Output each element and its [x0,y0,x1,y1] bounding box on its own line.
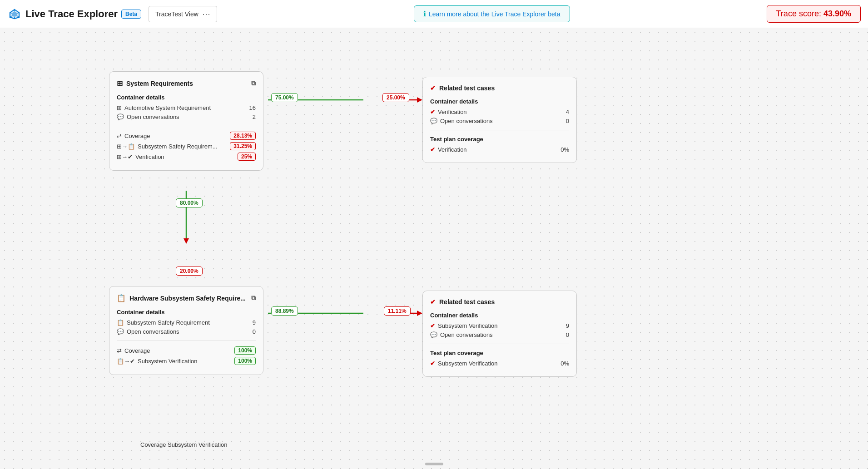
test-plan-label-bottom: Test plan coverage [430,350,569,356]
app-header: Live Trace Explorer Beta TraceTest View … [0,0,868,28]
svg-marker-13 [184,238,189,244]
verification-count-top: 4 [566,109,569,115]
tab-label: TraceTest View [155,10,198,18]
test-plan-label-top: Test plan coverage [430,136,569,143]
hardware-title: Hardware Subsystem Safety Require... [129,295,246,302]
svg-line-4 [17,13,19,13]
svg-marker-16 [417,311,422,316]
app-logo-icon [7,7,22,21]
check-icon-5: ✔ [430,360,435,367]
open-conv-row-top: 💬 Open conversations 0 [430,118,569,124]
logo-area: Live Trace Explorer Beta [7,7,141,21]
open-conv-row-1: 💬 Open conversations 2 [117,114,256,120]
container-details-label-4: Container details [430,312,569,319]
card-header-related-bottom: ✔ Related test cases [430,298,569,306]
info-icon: ℹ [423,10,426,18]
check-icon-3: ✔ [430,146,435,153]
external-link-icon-2[interactable]: ⧉ [251,294,256,302]
divider-4 [430,344,569,344]
automotive-count: 16 [249,104,256,111]
svg-line-8 [10,13,12,13]
chat-icon-bottom: 💬 [430,331,437,338]
coverage-left-1: ⇄ Coverage [117,133,150,139]
card-header-system-req: ⊞ System Requirements ⧉ [117,79,256,88]
open-conv-count-1: 2 [253,114,256,120]
tracetest-tab[interactable]: TraceTest View ⋯ [149,6,217,22]
subsystem-verification-label-bottom: Subsystem Verification [438,322,498,329]
external-link-icon[interactable]: ⧉ [251,79,256,87]
tab-options-icon[interactable]: ⋯ [202,9,210,19]
coverage-label-1: Coverage [124,133,150,139]
open-conv-label-1: Open conversations [127,114,179,120]
card-header-left: ⊞ System Requirements [117,79,193,88]
subsystem-safety-left: ⊞→📋 Subsystem Safety Requirem... [117,143,218,150]
open-conv-label-2: Open conversations [127,328,179,335]
verification-label-1: Verification [135,153,164,160]
arrow-check-icon-2: 📋→✔ [117,358,135,365]
edge-label-88: 88.89% [271,306,298,316]
arrow-req-icon: ⊞→📋 [117,143,135,150]
coverage-left-2: ⇄ Coverage [117,347,150,354]
safety-icon-2: 📋 [117,319,124,326]
open-conv-count-bottom: 0 [566,331,569,338]
verification-row-top: ✔ Verification 4 [430,109,569,115]
app-title: Live Trace Explorer [25,8,118,20]
open-conv-count-2: 0 [253,328,256,335]
container-details-label-3: Container details [117,309,256,316]
beta-badge: Beta [121,10,141,19]
related-test-cases-top-card: ✔ Related test cases Container details ✔… [422,77,577,163]
divider-1 [117,126,256,126]
container-details-label-2: Container details [430,98,569,105]
edge-label-75: 75.00% [271,93,298,102]
subsystem-verification-count-bottom: 9 [566,322,569,329]
related-bottom-header-left: ✔ Related test cases [430,298,495,306]
edge-label-25: 25.00% [382,93,409,102]
related-test-cases-bottom-card: ✔ Related test cases Container details ✔… [422,291,577,377]
subsystem-verification-row-bottom: ✔ Subsystem Verification 9 [430,322,569,329]
open-conv-label-top: Open conversations [440,118,493,124]
divider-2 [430,130,569,130]
open-conv-left-2: 💬 Open conversations [117,328,179,335]
automotive-label-left: ⊞ Automotive System Requirement [117,104,211,111]
hardware-header-left: 📋 Hardware Subsystem Safety Require... [117,294,246,302]
subsystem-safety-pct: 31.25% [230,142,256,150]
subsystem-verification-row: 📋→✔ Subsystem Verification 100% [117,357,256,365]
scroll-indicator [425,463,443,465]
coverage-row-1: ⇄ Coverage 28.13% [117,132,256,140]
learn-more-box[interactable]: ℹ Learn more about the Live Trace Explor… [414,5,570,22]
edge-label-80: 80.00% [176,198,203,207]
divider-3 [117,341,256,341]
test-plan-verification-pct-top: 0% [560,146,569,153]
trace-score-box: Trace score: 43.90% [767,5,861,23]
container-details-label-1: Container details [117,94,256,101]
check-icon-2: ✔ [430,109,435,115]
related-top-header-left: ✔ Related test cases [430,84,495,92]
canvas-area: ⊞ System Requirements ⧉ Container detail… [0,28,868,469]
open-conv-left-1: 💬 Open conversations [117,114,179,120]
related-test-cases-top-title: Related test cases [439,84,495,92]
open-conv-row-2: 💬 Open conversations 0 [117,328,256,335]
subsystem-verification-left: 📋→✔ Subsystem Verification [117,358,198,365]
system-requirements-title: System Requirements [126,80,193,87]
coverage-label-2: Coverage [124,347,150,354]
automotive-label: Automotive System Requirement [124,104,211,111]
edge-label-11: 11.11% [384,306,411,316]
test-plan-verification-row-top: ✔ Verification 0% [430,146,569,153]
subsystem-safety-row: ⊞→📋 Subsystem Safety Requirem... 31.25% [117,142,256,150]
test-plan-verification-label-top: Verification [438,146,467,153]
trace-score-label: Trace score: [776,9,821,18]
coverage-subsystem-label: Coverage Subsystem Verification [140,441,227,448]
arrow-check-icon-1: ⊞→✔ [117,153,133,160]
test-plan-verification-row-bottom: ✔ Subsystem Verification 0% [430,360,569,367]
chat-icon-top: 💬 [430,118,437,124]
checkmark-icon-top: ✔ [430,84,436,92]
header-center: ℹ Learn more about the Live Trace Explor… [224,5,759,22]
card-header-hardware: 📋 Hardware Subsystem Safety Require... ⧉ [117,294,256,302]
subsystem-safety-row-2: 📋 Subsystem Safety Requirement 9 [117,319,256,326]
hardware-subsystem-card: 📋 Hardware Subsystem Safety Require... ⧉… [109,286,263,375]
test-plan-verification-left-bottom: ✔ Subsystem Verification [430,360,498,367]
checkmark-icon-bottom: ✔ [430,298,436,306]
chat-icon-2: 💬 [117,328,124,335]
verification-pct-1: 25% [238,153,256,161]
learn-more-link[interactable]: Learn more about the Live Trace Explorer… [429,10,560,18]
